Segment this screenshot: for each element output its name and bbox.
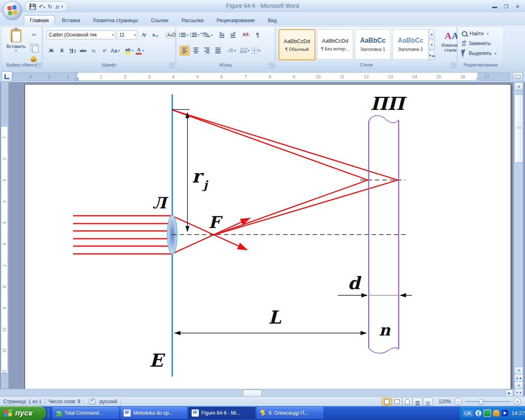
paste-button[interactable]: Вставить ▾ (5, 29, 27, 60)
first-line-indent-marker[interactable] (75, 73, 79, 75)
select-button[interactable]: Выделить (458, 48, 504, 58)
scroll-up-icon[interactable]: ▲ (514, 82, 523, 90)
language-indicator[interactable]: русский (100, 399, 117, 404)
borders-button[interactable] (251, 46, 261, 55)
replace-button[interactable]: abacЗаменить (458, 39, 504, 48)
highlight-button[interactable]: ab (124, 46, 134, 55)
sort-button[interactable]: АЯ↓ (242, 30, 251, 40)
bold-button[interactable]: Ж (46, 46, 56, 55)
zoom-in-button[interactable]: + (514, 398, 521, 405)
font-name-combo[interactable]: Calibri (Основной тек (46, 30, 115, 39)
style-card[interactable]: AaBbCc Заголовок 2 (393, 29, 429, 59)
web-layout-button[interactable] (402, 397, 412, 406)
clock[interactable]: 14:27 (511, 410, 525, 416)
zoom-slider-thumb[interactable] (479, 399, 483, 405)
copy-button[interactable] (29, 42, 39, 52)
justify-button[interactable] (213, 46, 223, 55)
close-button[interactable]: ✕ (512, 3, 523, 10)
shading-button[interactable] (240, 46, 250, 55)
maximize-button[interactable]: ❐ (500, 3, 512, 10)
left-indent-marker[interactable] (75, 78, 79, 80)
office-button[interactable] (3, 1, 22, 20)
ribbon-tab[interactable]: Вид (262, 15, 283, 26)
align-center-button[interactable] (191, 46, 201, 55)
ruler-toggle-button[interactable] (513, 72, 523, 81)
paste-dropdown-icon[interactable]: ▾ (15, 49, 17, 52)
vertical-scroll-thumb[interactable] (514, 94, 523, 163)
numbering-button[interactable] (191, 30, 201, 40)
ribbon-tab[interactable]: Ссылки (145, 15, 174, 26)
cut-button[interactable] (29, 30, 39, 40)
document-page[interactable] (25, 84, 511, 396)
strikethrough-button[interactable]: abc (78, 46, 88, 55)
scroll-down-icon[interactable]: ▼ (514, 367, 523, 374)
styles-scroll-down[interactable]: ▼ (429, 40, 435, 50)
tab-selector-button[interactable] (2, 71, 12, 82)
styles-dialog-launcher[interactable] (451, 63, 456, 68)
multilevel-list-button[interactable] (202, 30, 213, 40)
start-button[interactable]: пуск (0, 406, 46, 420)
previous-page-button[interactable]: ▲▲ (514, 374, 523, 382)
draft-view-button[interactable] (423, 397, 433, 406)
zoom-slider-track[interactable] (465, 401, 510, 402)
bullets-button[interactable] (180, 30, 189, 40)
ribbon-tab[interactable]: Главная (24, 15, 55, 26)
font-size-combo[interactable]: 11 (117, 30, 137, 39)
line-spacing-button[interactable]: ↕☰ (226, 46, 236, 55)
find-button[interactable]: Найти (458, 29, 504, 39)
styles-scroll-up[interactable]: ▲ (429, 29, 435, 39)
messenger-tray-icon[interactable] (484, 409, 491, 417)
align-left-button[interactable] (180, 46, 189, 55)
print-layout-button[interactable] (382, 397, 392, 406)
vertical-ruler[interactable]: 123456789101112 (1, 82, 9, 389)
italic-button[interactable]: K (57, 46, 67, 55)
browse-object-button[interactable]: ● (514, 381, 523, 389)
word-count[interactable]: Число слов: 9 (48, 399, 80, 404)
taskbar-task[interactable]: Metoduka do op... (121, 407, 187, 419)
underline-button[interactable]: Ч (68, 46, 78, 55)
change-case-button[interactable]: Aa (110, 46, 120, 55)
show-marks-button[interactable] (253, 30, 262, 40)
horizontal-ruler[interactable]: 321 1234567891011121314151617 (12, 72, 510, 81)
taskbar-task[interactable]: 8. Олександр П... (257, 407, 323, 419)
shrink-font-button[interactable]: A⌄ (151, 30, 160, 40)
zoom-level[interactable]: 120% (438, 399, 451, 404)
ribbon-tab[interactable]: Вставка (56, 15, 87, 26)
style-card[interactable]: AaBbCcDd ¶ Без интер... (317, 29, 353, 59)
taskbar-task[interactable]: Figure 84-6 - Mi... (189, 407, 255, 419)
page-indicator[interactable]: Страница: 1 из 1 (3, 399, 41, 404)
style-card[interactable]: AaBbCcDd ¶ Обычный (278, 29, 315, 60)
next-page-button[interactable]: ▼▼ (514, 389, 523, 396)
paragraph-dialog-launcher[interactable] (269, 63, 274, 68)
zoom-out-button[interactable]: − (454, 398, 462, 405)
font-dialog-launcher[interactable] (169, 63, 174, 68)
increase-indent-button[interactable] (228, 30, 238, 40)
horizontal-scrollbar[interactable]: ▶ (0, 389, 514, 396)
hanging-indent-marker[interactable] (75, 75, 79, 78)
horizontal-scroll-thumb[interactable] (243, 390, 262, 396)
taskbar-task[interactable]: Total Command... (52, 407, 119, 419)
subscript-button[interactable]: x₂ (89, 46, 99, 55)
utility-tray-icon[interactable] (493, 410, 500, 416)
media-player-tray-icon[interactable] (502, 410, 508, 416)
scroll-right-icon[interactable]: ▶ (505, 390, 513, 396)
style-card[interactable]: AaBbCc Заголовок 1 (355, 29, 391, 59)
decrease-indent-button[interactable] (217, 30, 227, 40)
superscript-button[interactable]: x² (100, 46, 110, 55)
ribbon-tab[interactable]: Рецензирование (210, 15, 261, 26)
ribbon-tab[interactable]: Разметка страницы (87, 15, 144, 26)
ribbon-tab[interactable]: Рассылки (175, 15, 210, 26)
hide-icons-button[interactable]: ❮ (475, 410, 482, 416)
font-color-button[interactable]: A (135, 46, 145, 55)
styles-more-button[interactable]: ▼▬ (429, 50, 435, 60)
outline-view-button[interactable] (413, 397, 422, 406)
grow-font-button[interactable]: Aᵗ (139, 30, 149, 40)
vertical-scrollbar[interactable]: ▲ ▼ ▲▲ ● ▼▼ (514, 82, 523, 396)
fullscreen-reading-button[interactable] (392, 397, 402, 406)
clipboard-dialog-launcher[interactable] (36, 63, 41, 68)
spellcheck-icon[interactable] (89, 399, 96, 404)
language-bar[interactable]: UK (463, 410, 473, 417)
align-right-button[interactable] (202, 46, 212, 55)
right-indent-marker[interactable] (475, 77, 479, 80)
minimize-button[interactable]: ▬ (489, 3, 500, 10)
